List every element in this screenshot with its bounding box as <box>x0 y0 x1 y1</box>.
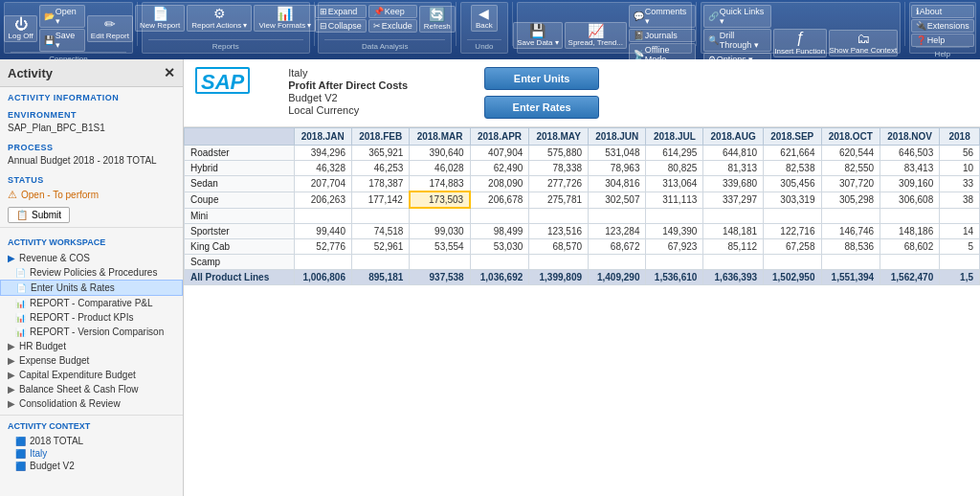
about-button[interactable]: ℹ About <box>911 5 974 18</box>
collapse-button[interactable]: ⊟ Collapse <box>315 19 367 33</box>
data-cell[interactable]: 53,030 <box>470 238 529 254</box>
report-actions-button[interactable]: ⚙ Report Actions ▾ <box>187 5 252 32</box>
data-cell[interactable]: 305,298 <box>821 192 880 208</box>
sidebar-item-product-kpis[interactable]: 📊 REPORT - Product KPIs <box>0 310 183 325</box>
data-cell[interactable] <box>821 254 880 269</box>
data-cell[interactable] <box>589 208 646 223</box>
extensions-button[interactable]: 🔌 Extensions <box>911 19 974 33</box>
spread-trend-button[interactable]: 📈 Spread, Trend... <box>565 22 627 49</box>
data-cell[interactable]: 82,550 <box>821 161 880 176</box>
refresh-button[interactable]: 🔄 Refresh <box>419 6 456 33</box>
insert-function-button[interactable]: ƒ Insert Function <box>773 29 827 57</box>
drill-through-button[interactable]: 🔍 Drill Through ▾ <box>703 29 771 52</box>
data-cell[interactable]: 38 <box>940 192 980 208</box>
data-cell[interactable]: 67,258 <box>764 238 821 254</box>
data-cell[interactable]: 52,961 <box>351 238 409 254</box>
data-cell[interactable] <box>351 254 409 269</box>
data-cell[interactable]: 56 <box>940 146 980 161</box>
data-cell[interactable]: 302,507 <box>589 192 646 208</box>
submit-button[interactable]: Submit <box>8 207 70 223</box>
quick-links-button[interactable]: 🔗 Quick Links ▾ <box>703 5 771 28</box>
data-cell[interactable] <box>940 208 980 223</box>
back-button[interactable]: ◀ Back <box>471 5 498 32</box>
journals-button[interactable]: 📓 Journals <box>629 29 696 42</box>
data-cell[interactable] <box>470 208 529 223</box>
data-cell[interactable] <box>529 208 589 223</box>
data-cell[interactable]: 14 <box>940 223 980 238</box>
data-cell[interactable]: 394,296 <box>294 146 351 161</box>
data-cell[interactable]: 206,263 <box>294 192 351 208</box>
data-cell[interactable]: 149,390 <box>646 223 703 238</box>
sidebar-item-comparative[interactable]: 📊 REPORT - Comparative P&L <box>0 296 183 310</box>
data-cell[interactable]: 174,883 <box>410 176 470 192</box>
data-cell[interactable]: 307,720 <box>821 176 880 192</box>
data-cell[interactable]: 275,781 <box>529 192 589 208</box>
data-cell[interactable]: 173,503 <box>410 192 470 208</box>
data-cell[interactable] <box>351 208 409 223</box>
data-cell[interactable] <box>470 254 529 269</box>
data-cell[interactable]: 5 <box>940 238 980 254</box>
sidebar-item-version[interactable]: 📊 REPORT - Version Comparison <box>0 325 183 339</box>
data-cell[interactable] <box>294 254 351 269</box>
data-cell[interactable]: 621,664 <box>764 146 821 161</box>
data-cell[interactable]: 74,518 <box>351 223 409 238</box>
data-cell[interactable]: 83,413 <box>880 161 940 176</box>
data-cell[interactable]: 62,490 <box>470 161 529 176</box>
data-cell[interactable]: 208,090 <box>470 176 529 192</box>
enter-rates-button[interactable]: Enter Rates <box>484 96 599 119</box>
data-cell[interactable]: 99,030 <box>410 223 470 238</box>
data-cell[interactable] <box>529 254 589 269</box>
data-cell[interactable]: 303,319 <box>764 192 821 208</box>
sidebar-item-capex[interactable]: ▶ Capital Expenditure Budget <box>0 368 183 382</box>
sidebar-item-review-policies[interactable]: 📄 Review Policies & Procedures <box>0 265 183 280</box>
data-cell[interactable]: 68,672 <box>589 238 646 254</box>
data-cell[interactable]: 98,499 <box>470 223 529 238</box>
sidebar-item-consolidation[interactable]: ▶ Consolidation & Review <box>0 396 183 411</box>
show-pane-context-button[interactable]: 🗂 Show Pane Context <box>829 30 898 56</box>
data-cell[interactable]: 82,538 <box>764 161 821 176</box>
exclude-button[interactable]: ✂ Exclude <box>368 19 417 33</box>
data-cell[interactable]: 88,536 <box>821 238 880 254</box>
data-cell[interactable]: 148,186 <box>880 223 940 238</box>
data-cell[interactable]: 78,963 <box>589 161 646 176</box>
data-cell[interactable]: 80,825 <box>646 161 703 176</box>
data-cell[interactable] <box>880 254 940 269</box>
data-grid[interactable]: 2018.JAN 2018.FEB 2018.MAR 2018.APR 2018… <box>184 127 980 496</box>
data-cell[interactable] <box>294 208 351 223</box>
data-cell[interactable]: 67,923 <box>646 238 703 254</box>
keep-button[interactable]: 📌 Keep <box>368 5 417 18</box>
data-cell[interactable]: 146,746 <box>821 223 880 238</box>
data-cell[interactable]: 178,387 <box>351 176 409 192</box>
data-cell[interactable]: 313,064 <box>646 176 703 192</box>
new-report-button[interactable]: 📄 New Report <box>135 5 185 32</box>
edit-report-button[interactable]: ✏ Edit Report <box>87 15 132 42</box>
view-formats-button[interactable]: 📊 View Formats ▾ <box>254 5 316 32</box>
sidebar-close-icon[interactable]: ✕ <box>164 65 175 80</box>
data-cell[interactable] <box>703 254 764 269</box>
data-cell[interactable]: 311,113 <box>646 192 703 208</box>
data-cell[interactable] <box>940 254 980 269</box>
data-cell[interactable] <box>764 208 821 223</box>
data-cell[interactable] <box>880 208 940 223</box>
data-cell[interactable]: 337,297 <box>703 192 764 208</box>
data-cell[interactable] <box>646 254 703 269</box>
data-cell[interactable] <box>821 208 880 223</box>
data-cell[interactable]: 309,160 <box>880 176 940 192</box>
data-cell[interactable]: 365,921 <box>351 146 409 161</box>
data-cell[interactable]: 10 <box>940 161 980 176</box>
data-cell[interactable]: 614,295 <box>646 146 703 161</box>
data-cell[interactable]: 407,904 <box>470 146 529 161</box>
data-cell[interactable]: 46,028 <box>410 161 470 176</box>
sidebar-item-balance-sheet[interactable]: ▶ Balance Sheet & Cash Flow <box>0 382 183 396</box>
data-cell[interactable]: 85,112 <box>703 238 764 254</box>
data-cell[interactable]: 52,776 <box>294 238 351 254</box>
data-cell[interactable]: 123,516 <box>529 223 589 238</box>
data-cell[interactable]: 306,608 <box>880 192 940 208</box>
data-cell[interactable]: 177,142 <box>351 192 409 208</box>
data-cell[interactable]: 646,503 <box>880 146 940 161</box>
data-cell[interactable]: 206,678 <box>470 192 529 208</box>
data-cell[interactable]: 148,181 <box>703 223 764 238</box>
data-cell[interactable]: 575,880 <box>529 146 589 161</box>
data-cell[interactable]: 620,544 <box>821 146 880 161</box>
data-cell[interactable] <box>703 208 764 223</box>
